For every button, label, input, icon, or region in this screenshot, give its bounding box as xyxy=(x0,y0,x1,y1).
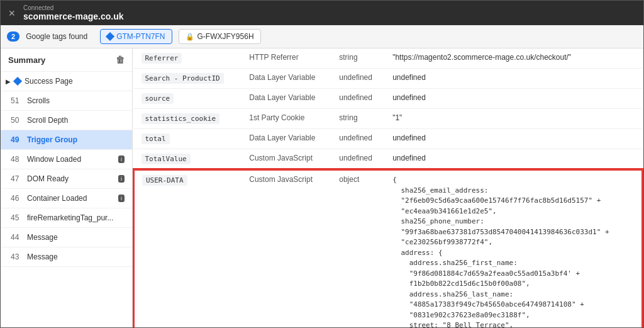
value-cell: "https://magento2.scommerce-mage.co.uk/c… xyxy=(385,48,642,69)
connection-info: Connected scommerce-mage.co.uk xyxy=(23,4,124,21)
item-number: 46 xyxy=(11,194,23,203)
code-block: { sha256_email_address: "2f6eb09c5d6a9ca… xyxy=(392,175,634,327)
datatype-cell: undefined xyxy=(331,149,385,170)
ga-tag-label: G-FWXJFY956H xyxy=(197,32,254,41)
ga-tag-button[interactable]: 🔒 G-FWXJFY956H xyxy=(179,29,261,44)
type-cell: Custom JavaScript xyxy=(242,149,331,170)
sidebar-item-scrolls[interactable]: 51 Scrolls xyxy=(1,91,132,111)
sidebar-item-scroll-depth[interactable]: 50 Scroll Depth xyxy=(1,111,132,130)
sidebar-item-label: Scrolls xyxy=(27,96,50,105)
sidebar-item-message-43[interactable]: 43 Message xyxy=(1,247,132,267)
sidebar-item-label: Message xyxy=(27,252,58,261)
user-data-row: USER-DATA Custom JavaScript object { sha… xyxy=(134,170,643,328)
sidebar-header: Summary 🗑 xyxy=(1,48,132,72)
close-button[interactable]: ✕ xyxy=(7,8,17,18)
info-badge: i xyxy=(118,156,125,163)
tags-count-badge: 2 xyxy=(7,31,19,42)
type-cell: Data Layer Variable xyxy=(242,89,331,109)
info-badge: i xyxy=(118,175,125,183)
content-area: Referrer HTTP Referrer string "https://m… xyxy=(133,48,643,327)
value-cell: undefined xyxy=(385,129,642,149)
datatype-cell: undefined xyxy=(331,129,385,149)
sidebar-item-label: DOM Ready xyxy=(27,174,69,183)
item-number: 49 xyxy=(11,135,23,144)
sidebar-item-container-loaded[interactable]: 46 Container Loaded i xyxy=(1,189,132,208)
delete-icon[interactable]: 🗑 xyxy=(116,55,125,65)
value-cell: undefined xyxy=(385,89,642,109)
table-row: statistics_cookie 1st Party Cookie strin… xyxy=(134,109,643,129)
lock-icon: 🔒 xyxy=(186,33,194,41)
var-name: TotalValue xyxy=(142,154,191,164)
type-cell: Data Layer Variable xyxy=(242,69,331,89)
sidebar-item-label: Window Loaded xyxy=(27,155,81,164)
datatype-cell: string xyxy=(331,109,385,129)
sidebar-item-label: Success Page xyxy=(25,77,73,86)
item-number: 51 xyxy=(11,96,23,105)
type-cell: Data Layer Variable xyxy=(242,129,331,149)
value-cell: { sha256_email_address: "2f6eb09c5d6a9ca… xyxy=(385,170,642,328)
var-name: USER-DATA xyxy=(142,175,187,186)
var-name: statistics_cookie xyxy=(142,113,220,124)
sidebar-item-label: Trigger Group xyxy=(27,135,77,144)
type-cell: 1st Party Cookie xyxy=(242,109,331,129)
sidebar-item-success-page[interactable]: ▶ Success Page xyxy=(1,72,132,91)
datatype-cell: undefined xyxy=(331,69,385,89)
var-name: Referrer xyxy=(142,53,182,64)
table-row: Referrer HTTP Referrer string "https://m… xyxy=(134,48,643,69)
diamond-icon xyxy=(13,77,22,86)
domain-label: scommerce-mage.co.uk xyxy=(23,11,124,21)
value-cell: undefined xyxy=(385,149,642,170)
item-number: 43 xyxy=(11,252,23,261)
value-cell: "1" xyxy=(385,109,642,129)
summary-label: Summary xyxy=(8,55,45,65)
tags-found-label: Google tags found xyxy=(26,32,87,41)
gtm-tag-button[interactable]: GTM-PTN7FN xyxy=(100,29,172,44)
datatype-cell: undefined xyxy=(331,89,385,109)
datatype-cell: string xyxy=(331,48,385,69)
var-name: Search - ProductID xyxy=(142,73,224,84)
var-name: total xyxy=(142,133,170,144)
table-row: Search - ProductID Data Layer Variable u… xyxy=(134,69,643,89)
item-number: 45 xyxy=(11,213,23,222)
value-cell: undefined xyxy=(385,69,642,89)
item-number: 50 xyxy=(11,116,23,125)
sidebar-item-label: Message xyxy=(27,233,58,242)
sidebar-item-label: Scroll Depth xyxy=(27,116,68,125)
sidebar-item-trigger-group[interactable]: 49 Trigger Group xyxy=(1,130,132,150)
sidebar-item-dom-ready[interactable]: 47 DOM Ready i xyxy=(1,169,132,189)
sidebar-item-fire-remarketing[interactable]: 45 fireRemarketingTag_pur... xyxy=(1,208,132,228)
datatype-cell: object xyxy=(331,170,385,328)
table-row: TotalValue Custom JavaScript undefined u… xyxy=(134,149,643,170)
table-row: source Data Layer Variable undefined und… xyxy=(134,89,643,109)
variables-table: Referrer HTTP Referrer string "https://m… xyxy=(133,48,643,327)
type-cell: HTTP Referrer xyxy=(242,48,331,69)
item-number: 48 xyxy=(11,155,23,164)
sidebar-item-label: fireRemarketingTag_pur... xyxy=(27,213,113,222)
item-number: 44 xyxy=(11,233,23,242)
arrow-icon: ▶ xyxy=(6,78,11,85)
diamond-icon xyxy=(106,32,114,41)
sidebar-item-message-44[interactable]: 44 Message xyxy=(1,228,132,247)
type-cell: Custom JavaScript xyxy=(242,170,331,328)
gtm-tag-label: GTM-PTN7FN xyxy=(116,32,165,41)
sidebar-item-window-loaded[interactable]: 48 Window Loaded i xyxy=(1,150,132,169)
sidebar-item-label: Container Loaded xyxy=(27,194,87,203)
item-number: 47 xyxy=(11,174,23,183)
connected-label: Connected xyxy=(23,4,124,11)
info-badge: i xyxy=(118,195,125,202)
var-name: source xyxy=(142,93,174,104)
sidebar: Summary 🗑 ▶ Success Page 51 Scrolls 50 S… xyxy=(1,48,133,327)
table-row: total Data Layer Variable undefined unde… xyxy=(134,129,643,149)
